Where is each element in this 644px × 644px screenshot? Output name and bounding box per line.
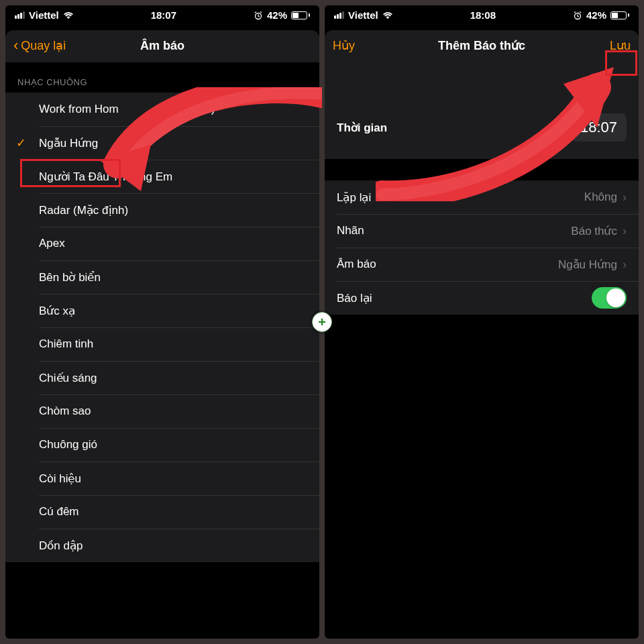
signal-bars-icon (15, 11, 25, 19)
wifi-icon (63, 11, 74, 19)
label-row[interactable]: Nhãn Báo thức › (325, 214, 639, 248)
ringtone-row[interactable]: Cú đêm (5, 495, 319, 529)
battery-pct: 42% (586, 9, 606, 21)
back-label: Quay lại (21, 38, 66, 53)
cancel-button[interactable]: Hủy (333, 38, 355, 53)
alarm-icon (254, 11, 263, 20)
alarm-icon (573, 11, 582, 20)
nav-bar: ‹ Quay lại Âm báo (5, 30, 319, 62)
plus-icon: + (318, 315, 326, 329)
battery-icon (610, 11, 629, 19)
carrier-label: Viettel (348, 9, 378, 21)
back-button[interactable]: ‹ Quay lại (13, 38, 66, 53)
carrier-label: Viettel (29, 9, 59, 21)
time-value[interactable]: 18:07 (571, 113, 627, 142)
nav-bar: Hủy Thêm Báo thức Lưu (325, 30, 639, 62)
ringtone-row[interactable]: Chiêm tinh (5, 327, 319, 361)
status-time: 18:07 (151, 9, 176, 21)
ringtone-row[interactable]: Người Ta Đâu Thương Em (5, 160, 319, 193)
alarm-settings-list: Lặp lại Không › Nhãn Báo thức › Âm báo N… (325, 180, 639, 315)
snooze-toggle[interactable] (592, 287, 627, 309)
ringtone-row[interactable]: Bức xạ (5, 294, 319, 327)
chevron-left-icon: ‹ (13, 38, 18, 53)
ringtone-row-selected[interactable]: ✓ Ngẫu Hứng (5, 126, 319, 160)
status-time: 18:08 (470, 9, 496, 21)
time-row[interactable]: Thời gian 18:07 (325, 96, 639, 159)
status-bar: Viettel 18:08 42% (325, 5, 639, 23)
ringtone-row[interactable]: Radar (Mặc định) (5, 193, 319, 227)
chevron-right-icon: › (623, 258, 627, 272)
ringtone-row[interactable]: Còi hiệu (5, 462, 319, 495)
save-button[interactable]: Lưu (610, 38, 631, 53)
repeat-row[interactable]: Lặp lại Không › (325, 180, 639, 214)
status-bar: Viettel 18:07 42% (5, 5, 319, 23)
ringtone-row[interactable]: Chòm sao (5, 394, 319, 428)
battery-icon (291, 11, 310, 19)
ringtone-row[interactable]: Work from Hom a Remix) (5, 93, 319, 126)
chevron-right-icon: › (623, 224, 627, 238)
merge-plus-badge: + (312, 312, 332, 332)
checkmark-icon: ✓ (16, 136, 26, 150)
page-title: Âm báo (140, 39, 184, 53)
section-header-ringtones: NHẠC CHUÔNG (5, 62, 319, 93)
signal-bars-icon (334, 11, 344, 19)
ringtone-row[interactable]: Bên bờ biển (5, 260, 319, 294)
chevron-right-icon: › (623, 191, 627, 205)
screenshot-left: Viettel 18:07 42% ‹ Quay lại Âm báo NHẠC… (5, 5, 319, 639)
battery-pct: 42% (267, 9, 287, 21)
snooze-row[interactable]: Báo lại (325, 281, 639, 315)
ringtone-row[interactable]: Dồn dập (5, 529, 319, 562)
time-label: Thời gian (337, 121, 387, 135)
ringtone-row[interactable]: Chiếu sáng (5, 361, 319, 394)
cancel-label: Hủy (333, 38, 355, 53)
page-title: Thêm Báo thức (438, 38, 525, 53)
ringtone-list: Work from Hom a Remix) ✓ Ngẫu Hứng Người… (5, 93, 319, 562)
wifi-icon (382, 11, 393, 19)
ringtone-row[interactable]: Chuông gió (5, 428, 319, 462)
ringtone-row[interactable]: Apex (5, 227, 319, 260)
sound-row[interactable]: Âm báo Ngẫu Hứng › (325, 248, 639, 281)
screenshot-right: Viettel 18:08 42% Hủy Thêm Báo thức Lưu … (325, 5, 639, 639)
